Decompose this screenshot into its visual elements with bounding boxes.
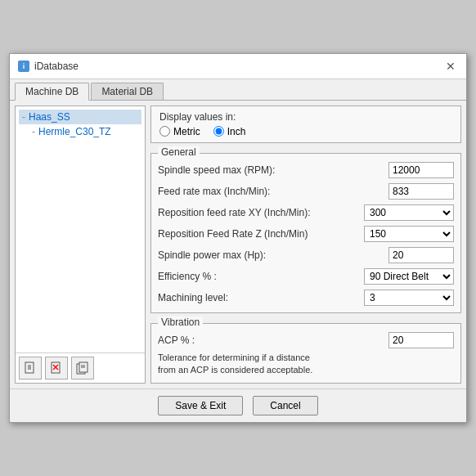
reposition-z-row: Reposition Feed Rate Z (Inch/Min) 150 20… <box>158 226 454 242</box>
feed-rate-label: Feed rate max (Inch/Min): <box>158 186 388 197</box>
footer: Save & Exit Cancel <box>10 388 466 422</box>
acp-label: ACP % : <box>158 335 388 346</box>
tree: - Haas_SS - Hermle_C30_TZ <box>16 106 145 353</box>
tab-material-db[interactable]: Material DB <box>91 83 164 100</box>
tree-dash: - <box>22 111 25 123</box>
spindle-speed-input[interactable] <box>388 162 454 178</box>
spindle-speed-label: Spindle speed max (RPM): <box>158 164 388 176</box>
new-icon <box>24 361 37 375</box>
metric-label: Metric <box>173 126 200 137</box>
title-bar-left: i iDatabase <box>18 61 79 72</box>
tabs-bar: Machine DB Material DB <box>10 79 466 101</box>
inch-radio[interactable] <box>213 126 224 137</box>
right-panel: Display values in: Metric Inch General <box>150 106 461 384</box>
metric-radio-label[interactable]: Metric <box>159 126 200 137</box>
display-header: Display values in: <box>159 111 452 123</box>
feed-rate-input[interactable] <box>388 183 454 200</box>
machining-level-select[interactable]: 1 2 3 4 5 <box>364 290 454 306</box>
main-content: - Haas_SS - Hermle_C30_TZ <box>10 101 466 389</box>
reposition-xy-label: Reposition feed rate XY (Inch/Min): <box>158 207 364 218</box>
tree-label-hermle: Hermle_C30_TZ <box>38 126 111 137</box>
acp-row: ACP % : <box>158 332 454 348</box>
tree-item-haas-ss[interactable]: - Haas_SS <box>19 110 141 124</box>
display-values-group: Display values in: Metric Inch <box>150 106 461 143</box>
vibration-group: Vibration ACP % : Tolerance for determin… <box>150 323 461 384</box>
efficiency-label: Efficiency % : <box>158 271 364 282</box>
acp-input[interactable] <box>388 332 454 348</box>
general-group-label: General <box>158 146 200 158</box>
tolerance-line2: from an ACP is considered acceptable. <box>158 365 312 375</box>
dialog: i iDatabase ✕ Machine DB Material DB - H… <box>9 53 467 424</box>
spindle-power-row: Spindle power max (Hp): <box>158 247 454 263</box>
close-button[interactable]: ✕ <box>443 59 458 74</box>
title-bar: i iDatabase ✕ <box>10 54 466 79</box>
new-button[interactable] <box>19 357 42 379</box>
efficiency-row: Efficiency % : 90 Direct Belt 85 Belt Dr… <box>158 268 454 285</box>
reposition-xy-select[interactable]: 300 400 500 <box>364 204 454 221</box>
tree-label-haas-ss: Haas_SS <box>29 111 70 123</box>
copy-icon <box>76 361 89 375</box>
tree-dash-hermle: - <box>32 126 35 137</box>
unit-radio-group: Metric Inch <box>159 126 452 137</box>
left-panel: - Haas_SS - Hermle_C30_TZ <box>15 106 146 384</box>
inch-label: Inch <box>227 126 246 137</box>
tolerance-line1: Tolerance for determining if a distance <box>158 353 310 362</box>
spindle-power-input[interactable] <box>388 247 454 263</box>
spindle-speed-row: Spindle speed max (RPM): <box>158 162 454 178</box>
inch-radio-label[interactable]: Inch <box>213 126 246 137</box>
app-icon: i <box>18 61 29 72</box>
reposition-z-select[interactable]: 150 200 250 <box>364 226 454 242</box>
cancel-button[interactable]: Cancel <box>253 396 317 415</box>
spindle-power-label: Spindle power max (Hp): <box>158 249 388 261</box>
feed-rate-row: Feed rate max (Inch/Min): <box>158 183 454 200</box>
delete-icon <box>50 361 63 375</box>
delete-button[interactable] <box>45 357 68 379</box>
machining-level-label: Machining level: <box>158 292 364 303</box>
machining-level-row: Machining level: 1 2 3 4 5 <box>158 290 454 306</box>
reposition-xy-row: Reposition feed rate XY (Inch/Min): 300 … <box>158 204 454 221</box>
vibration-group-label: Vibration <box>158 317 203 328</box>
vibration-note: Tolerance for determining if a distance … <box>158 352 454 377</box>
copy-button[interactable] <box>71 357 94 379</box>
left-toolbar <box>16 353 145 383</box>
reposition-z-label: Reposition Feed Rate Z (Inch/Min) <box>158 228 364 240</box>
tree-item-hermle[interactable]: - Hermle_C30_TZ <box>19 124 141 139</box>
tab-machine-db[interactable]: Machine DB <box>15 83 89 101</box>
display-values-label: Display values in: <box>159 111 236 123</box>
metric-radio[interactable] <box>159 126 170 137</box>
efficiency-select[interactable]: 90 Direct Belt 85 Belt Drive 95 Direct <box>364 268 454 285</box>
save-exit-button[interactable]: Save & Exit <box>158 396 243 415</box>
window-title: iDatabase <box>34 61 79 72</box>
general-group: General Spindle speed max (RPM): Feed ra… <box>150 153 461 313</box>
